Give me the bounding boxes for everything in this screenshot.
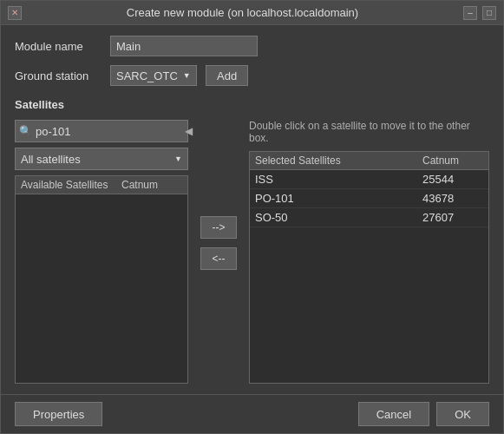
transfer-buttons: --> <--: [197, 120, 240, 384]
module-name-label: Module name: [15, 40, 101, 53]
satellite-catnum: 25544: [422, 173, 483, 186]
titlebar-left-controls: ✕: [8, 6, 22, 20]
add-button[interactable]: Add: [206, 65, 248, 86]
ok-button[interactable]: OK: [436, 402, 489, 426]
selected-table-body: ISS25544PO-10143678SO-5027607: [250, 170, 488, 292]
satellites-section-title: Satellites: [15, 98, 489, 111]
selected-col-header: Selected Satellites: [255, 155, 422, 167]
available-table-header: Available Satellites Catnum: [16, 176, 187, 194]
selected-satellites-table: Selected Satellites Catnum ISS25544PO-10…: [249, 151, 489, 384]
satellites-area: 🔍 ◀ All satellites ▼ Available Satellite…: [15, 120, 489, 384]
available-table-body: [16, 194, 187, 316]
cancel-button[interactable]: Cancel: [358, 402, 429, 426]
chevron-down-icon: ▼: [174, 155, 182, 163]
selected-catnum-header: Catnum: [422, 155, 483, 167]
ground-station-label: Ground station: [15, 69, 101, 82]
main-window: ✕ Create new module (on localhost.locald…: [0, 0, 504, 434]
content-area: Module name Ground station SARC_OTC ▼ Ad…: [1, 25, 503, 394]
move-left-button[interactable]: <--: [200, 247, 237, 270]
filter-value: All satellites: [21, 153, 81, 166]
search-input[interactable]: [36, 125, 181, 138]
table-row[interactable]: PO-10143678: [250, 189, 488, 208]
search-box[interactable]: 🔍 ◀: [15, 120, 188, 142]
maximize-button[interactable]: □: [482, 6, 496, 20]
satellite-name: SO-50: [255, 211, 422, 224]
clear-search-button[interactable]: ◀: [185, 125, 193, 137]
ground-station-row: Ground station SARC_OTC ▼ Add: [15, 65, 489, 86]
satellite-catnum: 27607: [422, 211, 483, 224]
close-button[interactable]: ✕: [8, 6, 22, 20]
satellite-catnum: 43678: [422, 192, 483, 205]
available-catnum-header: Catnum: [121, 179, 182, 191]
minimize-button[interactable]: –: [463, 6, 477, 20]
left-panel: 🔍 ◀ All satellites ▼ Available Satellite…: [15, 120, 188, 384]
right-panel: Double click on a satellite to move it t…: [249, 120, 489, 384]
satellite-name: ISS: [255, 173, 422, 186]
hint-text: Double click on a satellite to move it t…: [249, 120, 489, 144]
selected-table-header: Selected Satellites Catnum: [250, 152, 488, 170]
chevron-down-icon: ▼: [183, 71, 191, 80]
search-icon: 🔍: [19, 125, 32, 137]
window-title: Create new module (on localhost.localdom…: [22, 6, 463, 19]
ground-station-value: SARC_OTC: [116, 69, 178, 82]
titlebar-right-controls: – □: [463, 6, 496, 20]
move-right-button[interactable]: -->: [200, 216, 237, 239]
footer-right: Cancel OK: [358, 402, 489, 426]
table-row[interactable]: SO-5027607: [250, 208, 488, 227]
table-row[interactable]: ISS25544: [250, 170, 488, 189]
properties-button[interactable]: Properties: [15, 402, 102, 426]
module-name-row: Module name: [15, 36, 489, 56]
footer: Properties Cancel OK: [1, 394, 503, 433]
titlebar: ✕ Create new module (on localhost.locald…: [1, 1, 503, 25]
available-col-header: Available Satellites: [21, 179, 121, 191]
filter-dropdown[interactable]: All satellites ▼: [15, 148, 188, 170]
ground-station-dropdown[interactable]: SARC_OTC ▼: [110, 65, 197, 86]
module-name-input[interactable]: [110, 36, 258, 56]
available-satellites-table: Available Satellites Catnum: [15, 175, 188, 384]
satellite-name: PO-101: [255, 192, 422, 205]
